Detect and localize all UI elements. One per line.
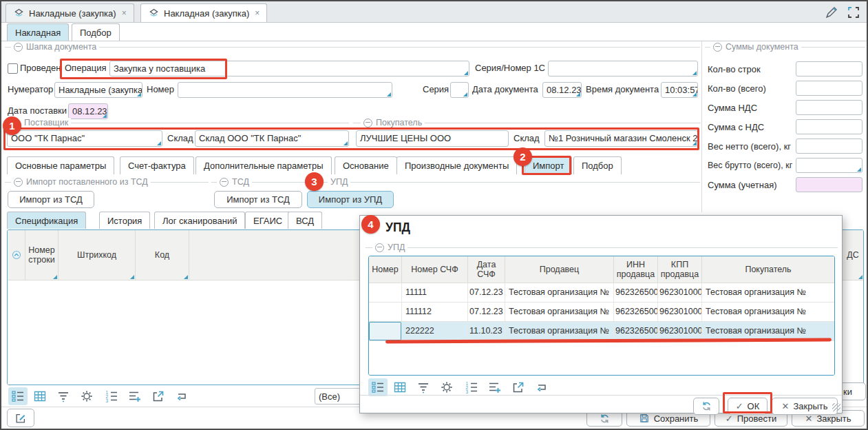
cell-seller[interactable]: Тестовая организация № bbox=[505, 283, 614, 302]
subtab-podbor[interactable]: Подбор bbox=[72, 23, 120, 41]
numerator-field[interactable]: Накладные (закупка) bbox=[54, 82, 142, 98]
dialog-settings-gear-icon[interactable] bbox=[440, 380, 454, 394]
tab-specification[interactable]: Спецификация bbox=[7, 212, 86, 229]
upd-header-scf-date[interactable]: Дата СЧФ bbox=[468, 256, 505, 283]
cell-number[interactable] bbox=[369, 303, 402, 321]
collapse-icon[interactable] bbox=[220, 178, 229, 187]
spec-header-barcode[interactable]: Штрихкод bbox=[59, 230, 136, 280]
subtab-nakladnaya[interactable]: Накладная bbox=[7, 23, 69, 41]
buyer-warehouse-field[interactable]: №1 Розничный магазин Смоленск 2 bbox=[544, 130, 698, 147]
cell-seller-kpp[interactable]: 962301000 bbox=[658, 322, 702, 340]
cell-scf-date[interactable]: 07.12.23 bbox=[468, 303, 505, 321]
number-field[interactable] bbox=[178, 82, 392, 98]
cell-seller-inn[interactable]: 9623265001 bbox=[614, 303, 658, 321]
numbered-list-icon[interactable] bbox=[105, 389, 118, 403]
cell-scf-number[interactable]: 11111 bbox=[402, 283, 468, 302]
dialog-refresh-button[interactable] bbox=[693, 398, 719, 415]
supplier-warehouse-field[interactable]: Склад ООО "ТК Парнас" bbox=[195, 130, 349, 147]
series-field[interactable] bbox=[450, 82, 469, 98]
upd-table-row[interactable]: 111112 07.12.23 Тестовая организация № 9… bbox=[369, 303, 834, 322]
upd-header-seller[interactable]: Продавец bbox=[505, 256, 614, 283]
close-icon[interactable]: × bbox=[255, 8, 260, 18]
upd-header-scf-number[interactable]: Номер СЧФ bbox=[402, 256, 468, 283]
cell-buyer[interactable]: Тестовая организация № bbox=[702, 303, 834, 321]
dialog-close-button[interactable]: ✕ Закрыть bbox=[772, 398, 838, 415]
upd-header-number[interactable]: Номер bbox=[369, 256, 402, 283]
dialog-grid-view-icon[interactable] bbox=[393, 380, 407, 394]
tab-egais[interactable]: ЕГАИС bbox=[245, 212, 290, 229]
sums-field-vat[interactable] bbox=[796, 100, 862, 115]
cell-seller-kpp[interactable]: 962301000 bbox=[658, 303, 702, 321]
cell-scf-date[interactable]: 11.10.23 bbox=[468, 322, 505, 340]
upd-table-row[interactable]: 11111 07.12.23 Тестовая организация № 96… bbox=[369, 283, 834, 303]
tab-vsd[interactable]: ВСД bbox=[288, 212, 322, 229]
window-tab-invoice[interactable]: Накладная (закупка) × bbox=[140, 3, 267, 22]
dialog-numbered-list-icon[interactable] bbox=[465, 380, 478, 394]
settings-gear-icon[interactable] bbox=[80, 389, 94, 403]
spec-header-row-number[interactable]: Номер строки bbox=[25, 230, 59, 280]
upd-header-seller-inn[interactable]: ИНН продавца bbox=[614, 256, 658, 283]
collapse-icon[interactable] bbox=[375, 243, 384, 252]
spec-header-partial-vat[interactable]: ДС bbox=[843, 230, 863, 280]
repeat-icon[interactable] bbox=[175, 389, 189, 403]
dialog-repeat-icon[interactable] bbox=[535, 380, 549, 394]
operation-field[interactable]: Закупка у поставщика bbox=[109, 61, 469, 76]
dialog-open-external-icon[interactable] bbox=[511, 380, 525, 394]
close-icon[interactable]: × bbox=[122, 8, 127, 18]
import-tsd-button-1[interactable]: Импорт из ТСД bbox=[8, 191, 94, 208]
open-external-icon[interactable] bbox=[151, 389, 165, 403]
cell-seller-inn[interactable]: 9623265001 bbox=[614, 322, 658, 340]
filter-icon[interactable] bbox=[56, 389, 70, 403]
sums-field-qty-total[interactable] bbox=[796, 81, 862, 96]
tab-basis[interactable]: Основание bbox=[335, 156, 397, 174]
collapse-icon[interactable] bbox=[14, 43, 23, 52]
import-upd-button[interactable]: Импорт из УПД bbox=[307, 191, 394, 208]
sort-asc-icon[interactable] bbox=[11, 249, 22, 260]
cell-scf-number[interactable]: 111112 bbox=[402, 303, 468, 321]
window-tab-invoices-list[interactable]: Накладные (закупка) × bbox=[6, 3, 134, 22]
list-view-icon[interactable] bbox=[8, 387, 28, 405]
filter-all-dropdown[interactable]: (Все) bbox=[315, 388, 366, 405]
sums-field-rows-count[interactable] bbox=[796, 61, 862, 76]
spec-sort-cell[interactable] bbox=[8, 230, 25, 280]
supplier-org-field[interactable]: ООО "ТК Парнас" bbox=[7, 130, 162, 147]
cell-seller[interactable]: Тестовая организация № bbox=[505, 322, 614, 340]
upd-header-buyer[interactable]: Покупатель bbox=[702, 256, 834, 283]
tab-invoice-factura[interactable]: Счет-фактура bbox=[120, 156, 194, 174]
sums-field-net-weight[interactable] bbox=[796, 139, 862, 154]
posted-checkbox[interactable] bbox=[8, 63, 18, 74]
sums-field-accounting-sum[interactable] bbox=[796, 177, 862, 192]
upd-header-seller-kpp[interactable]: КПП продавца bbox=[658, 256, 702, 283]
collapse-icon[interactable] bbox=[363, 119, 372, 127]
doc-time-field[interactable]: 10:03:57 bbox=[661, 82, 698, 98]
doc-date-field[interactable]: 08.12.23 bbox=[542, 82, 582, 98]
collapse-icon[interactable] bbox=[713, 43, 722, 52]
dialog-list-view-icon[interactable] bbox=[368, 378, 388, 396]
cell-seller[interactable]: Тестовая организация № bbox=[505, 303, 614, 321]
add-row-icon[interactable] bbox=[128, 389, 142, 403]
upd-table[interactable]: Номер Номер СЧФ Дата СЧФ Продавец ИНН пр… bbox=[368, 256, 835, 376]
upd-table-empty-area[interactable] bbox=[369, 341, 834, 375]
cell-scf-date[interactable]: 07.12.23 bbox=[468, 283, 505, 302]
grid-view-icon[interactable] bbox=[33, 389, 47, 403]
buyer-org-field[interactable]: ЛУЧШИЕ ЦЕНЫ ООО bbox=[356, 130, 509, 147]
edit-button[interactable] bbox=[7, 409, 34, 427]
series-number-1c-field[interactable] bbox=[548, 61, 698, 76]
partial-hidden-button[interactable]: ки bbox=[840, 382, 866, 400]
tab-scan-log[interactable]: Лог сканирований bbox=[154, 212, 245, 229]
tab-podbor[interactable]: Подбор bbox=[573, 156, 622, 174]
import-tsd-button-2[interactable]: Импорт из ТСД bbox=[214, 191, 302, 208]
cell-number[interactable] bbox=[369, 322, 402, 340]
spec-header-code[interactable]: Код bbox=[136, 230, 189, 280]
tab-additional-params[interactable]: Дополнительные параметры bbox=[195, 156, 332, 174]
cell-scf-number[interactable]: 222222 bbox=[402, 322, 468, 340]
tab-history[interactable]: История bbox=[99, 212, 150, 229]
cell-seller-inn[interactable]: 9623265001 bbox=[614, 283, 658, 302]
cell-buyer[interactable]: Тестовая организация № bbox=[702, 283, 834, 302]
collapse-icon[interactable] bbox=[14, 178, 23, 187]
tab-derived-docs[interactable]: Производные документы bbox=[396, 156, 517, 174]
cell-number[interactable] bbox=[369, 283, 402, 302]
ok-button[interactable]: ✓ ОК bbox=[728, 398, 768, 415]
tab-main-params[interactable]: Основные параметры bbox=[7, 156, 114, 174]
sums-field-sum-with-vat[interactable] bbox=[796, 119, 862, 134]
